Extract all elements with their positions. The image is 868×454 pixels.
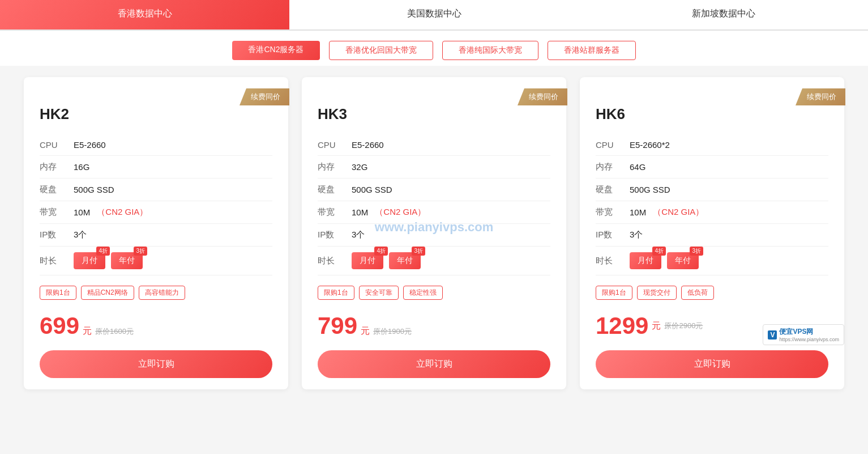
spec-label-bw-hk6: 带宽 — [596, 207, 630, 218]
tags-row-hk2: 限购1台 精品CN2网络 高容错能力 — [24, 275, 288, 307]
spec-label-cpu-hk2: CPU — [40, 140, 74, 150]
spec-label-bw-hk2: 带宽 — [40, 207, 74, 218]
price-row-hk2: 699 元 原价1600元 — [24, 307, 288, 342]
sub-tab-opt[interactable]: 香港优化回国大带宽 — [329, 41, 433, 60]
spec-value-disk-hk3: 500G SSD — [352, 185, 392, 194]
buy-button-hk3[interactable]: 立即订购 — [318, 350, 550, 378]
tag-hk3-0: 限购1台 — [318, 286, 354, 300]
spec-row-bw-hk3: 带宽 10M （CN2 GIA） — [318, 201, 550, 224]
tag-hk2-1: 精品CN2网络 — [81, 286, 134, 300]
spec-value-cpu-hk6: E5-2660*2 — [630, 140, 670, 150]
spec-value-cpu-hk2: E5-2660 — [74, 140, 106, 150]
price-unit-hk2: 元 — [83, 325, 92, 337]
spec-cn2-hk3: （CN2 GIA） — [373, 207, 426, 218]
spec-row-disk-hk3: 硬盘 500G SSD — [318, 179, 550, 201]
tag-hk2-2: 高容错能力 — [139, 286, 185, 300]
monthly-badge-hk3[interactable]: 4折 月付 — [352, 252, 383, 269]
price-amount-hk2: 699 — [40, 312, 79, 340]
yearly-label-hk2: 年付 — [119, 256, 135, 265]
spec-label-duration-hk6: 时长 — [596, 256, 630, 266]
spec-value-bw-hk6: 10M — [630, 207, 646, 217]
yearly-discount-hk3: 3折 — [412, 247, 425, 256]
spec-label-mem-hk2: 内存 — [40, 162, 74, 172]
card-hk2: 续费同价 HK2 CPU E5-2660 内存 16G 硬盘 500G SSD … — [24, 77, 288, 389]
spec-label-disk-hk2: 硬盘 — [40, 184, 74, 195]
buy-button-hk2[interactable]: 立即订购 — [40, 350, 272, 378]
spec-label-ip-hk2: IP数 — [40, 230, 74, 240]
top-tab-sg[interactable]: 新加坡数据中心 — [579, 0, 868, 29]
spec-row-duration-hk6: 时长 4折 月付 3折 年付 — [596, 247, 828, 275]
spec-row-duration-hk2: 时长 4折 月付 3折 年付 — [40, 247, 272, 275]
tag-hk6-2: 低负荷 — [681, 286, 714, 300]
monthly-badge-hk6[interactable]: 4折 月付 — [630, 252, 661, 269]
logo-name: 便宜VPS网 — [779, 327, 839, 337]
spec-table-hk3: CPU E5-2660 内存 32G 硬盘 500G SSD 带宽 10M （C… — [302, 134, 566, 275]
yearly-discount-hk2: 3折 — [134, 247, 147, 256]
tag-hk6-0: 限购1台 — [596, 286, 632, 300]
yearly-badge-hk2[interactable]: 3折 年付 — [111, 252, 143, 269]
tags-row-hk3: 限购1台 安全可靠 稳定性强 — [302, 275, 566, 307]
price-amount-hk3: 799 — [318, 312, 357, 340]
spec-label-duration-hk2: 时长 — [40, 256, 74, 266]
tags-row-hk6: 限购1台 现货交付 低负荷 — [580, 275, 844, 307]
spec-value-cpu-hk3: E5-2660 — [352, 140, 384, 150]
monthly-label-hk3: 月付 — [360, 256, 375, 265]
spec-value-ip-hk2: 3个 — [74, 230, 87, 240]
spec-row-mem-hk3: 内存 32G — [318, 156, 550, 179]
tag-hk6-1: 现货交付 — [637, 286, 677, 300]
spec-value-bw-hk2: 10M — [74, 207, 90, 217]
spec-row-ip-hk2: IP数 3个 — [40, 224, 272, 247]
logo-badge: V 便宜VPS网 https://www.pianyivps.com — [763, 324, 844, 345]
spec-value-ip-hk3: 3个 — [352, 230, 365, 240]
price-amount-hk6: 1299 — [596, 312, 648, 340]
tag-hk3-1: 安全可靠 — [359, 286, 399, 300]
spec-label-disk-hk6: 硬盘 — [596, 184, 630, 195]
spec-value-disk-hk2: 500G SSD — [74, 185, 114, 194]
spec-label-cpu-hk3: CPU — [318, 140, 352, 150]
buy-button-hk6[interactable]: 立即订购 — [596, 350, 828, 378]
price-unit-hk6: 元 — [652, 320, 661, 332]
price-original-hk6: 原价2900元 — [664, 321, 703, 331]
yearly-badge-hk6[interactable]: 3折 年付 — [667, 252, 699, 269]
spec-row-cpu-hk2: CPU E5-2660 — [40, 134, 272, 156]
spec-row-mem-hk6: 内存 64G — [596, 156, 828, 179]
yearly-badge-hk3[interactable]: 3折 年付 — [389, 252, 421, 269]
spec-label-mem-hk3: 内存 — [318, 162, 352, 172]
spec-cn2-hk2: （CN2 GIA） — [95, 207, 148, 218]
spec-row-bw-hk6: 带宽 10M （CN2 GIA） — [596, 201, 828, 224]
top-tab-hk[interactable]: 香港数据中心 — [0, 0, 289, 29]
monthly-discount-hk6: 4折 — [652, 247, 666, 256]
yearly-label-hk3: 年付 — [397, 256, 413, 265]
cards-container: 续费同价 HK2 CPU E5-2660 内存 16G 硬盘 500G SSD … — [0, 66, 868, 401]
logo-v: V — [768, 330, 777, 340]
sub-tab-intl[interactable]: 香港纯国际大带宽 — [442, 41, 538, 60]
spec-table-hk2: CPU E5-2660 内存 16G 硬盘 500G SSD 带宽 10M （C… — [24, 134, 288, 275]
card-title-hk3: HK3 — [302, 77, 566, 134]
monthly-label-hk6: 月付 — [638, 256, 653, 265]
tag-hk3-2: 稳定性强 — [403, 286, 443, 300]
spec-row-bw-hk2: 带宽 10M （CN2 GIA） — [40, 201, 272, 224]
monthly-badge-hk2[interactable]: 4折 月付 — [74, 252, 105, 269]
spec-label-mem-hk6: 内存 — [596, 162, 630, 172]
top-tab-us[interactable]: 美国数据中心 — [289, 0, 579, 29]
spec-value-mem-hk6: 64G — [630, 162, 645, 172]
spec-row-disk-hk6: 硬盘 500G SSD — [596, 179, 828, 201]
logo-url: https://www.pianyivps.com — [779, 337, 839, 342]
top-tabs-bar: 香港数据中心 美国数据中心 新加坡数据中心 — [0, 0, 868, 31]
price-row-hk3: 799 元 原价1900元 — [302, 307, 566, 342]
spec-row-ip-hk3: IP数 3个 — [318, 224, 550, 247]
spec-label-ip-hk6: IP数 — [596, 230, 630, 240]
spec-row-cpu-hk3: CPU E5-2660 — [318, 134, 550, 156]
price-unit-hk3: 元 — [361, 325, 370, 337]
spec-label-bw-hk3: 带宽 — [318, 207, 352, 218]
price-original-hk2: 原价1600元 — [95, 326, 134, 337]
monthly-label-hk2: 月付 — [82, 256, 97, 265]
card-title-hk2: HK2 — [24, 77, 288, 134]
ribbon-hk6: 续费同价 — [796, 88, 845, 105]
card-title-hk6: HK6 — [580, 77, 844, 134]
tag-hk2-0: 限购1台 — [40, 286, 76, 300]
sub-tab-cn2[interactable]: 香港CN2服务器 — [232, 41, 319, 60]
sub-tab-cluster[interactable]: 香港站群服务器 — [548, 41, 636, 60]
card-hk6: 续费同价 HK6 CPU E5-2660*2 内存 64G 硬盘 500G SS… — [580, 77, 844, 389]
spec-label-cpu-hk6: CPU — [596, 140, 630, 150]
